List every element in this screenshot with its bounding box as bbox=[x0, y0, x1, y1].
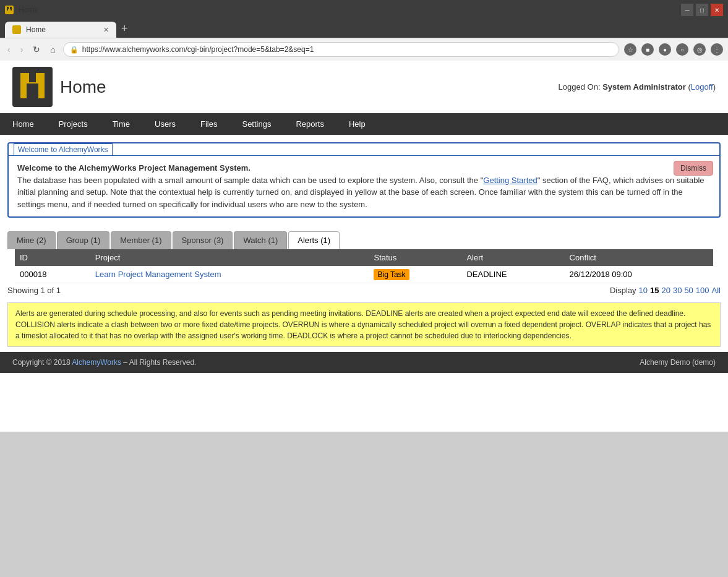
display-15-active[interactable]: 15 bbox=[650, 286, 659, 295]
svg-rect-5 bbox=[13, 26, 20, 33]
nav-home[interactable]: Home bbox=[0, 113, 46, 135]
tab-label: Home bbox=[26, 25, 46, 34]
cell-id: 000018 bbox=[15, 266, 90, 283]
welcome-section-title: Welcome to AlchemyWorks bbox=[14, 143, 113, 156]
footer-text: Copyright © 2018 AlchemyWorks – All Righ… bbox=[12, 358, 196, 367]
display-20[interactable]: 20 bbox=[661, 286, 670, 295]
dismiss-button[interactable]: Dismiss bbox=[674, 161, 713, 176]
footer-copyright: Copyright © 2018 bbox=[12, 358, 72, 367]
showing-row: Showing 1 of 1 Display 10 15 20 30 50 10… bbox=[0, 283, 728, 297]
user-name: System Administrator bbox=[602, 82, 686, 92]
col-status: Status bbox=[369, 249, 461, 266]
url-input[interactable]: 🔒 https://www.alchemyworks.com/cgi-bin/p… bbox=[63, 42, 619, 57]
tab-mine[interactable]: Mine (2) bbox=[7, 231, 56, 249]
home-button[interactable]: ⌂ bbox=[48, 43, 58, 56]
nav-users[interactable]: Users bbox=[142, 113, 188, 135]
maximize-button[interactable]: □ bbox=[696, 4, 708, 16]
welcome-heading: Welcome to the AlchemyWorks Project Mana… bbox=[17, 163, 251, 173]
back-button[interactable]: ‹ bbox=[5, 43, 13, 56]
page-content: Home Logged On: System Administrator (Lo… bbox=[0, 61, 728, 432]
info-text: Alerts are generated during schedule pro… bbox=[15, 309, 711, 340]
extension-icon1[interactable]: ■ bbox=[641, 43, 654, 56]
col-alert: Alert bbox=[461, 249, 564, 266]
footer-instance: Alchemy Demo (demo) bbox=[640, 358, 716, 367]
logoff-link[interactable]: Logoff bbox=[691, 82, 713, 92]
tab-title-text: Home bbox=[19, 6, 38, 14]
filter-tabs: Mine (2) Group (1) Member (1) Sponsor (3… bbox=[0, 225, 728, 249]
col-project: Project bbox=[90, 249, 369, 266]
tab-icon bbox=[12, 25, 21, 34]
cell-conflict: 26/12/2018 09:00 bbox=[565, 266, 713, 283]
display-30[interactable]: 30 bbox=[673, 286, 682, 295]
nav-files[interactable]: Files bbox=[188, 113, 229, 135]
tab-group[interactable]: Group (1) bbox=[57, 231, 110, 249]
tab-member[interactable]: Member (1) bbox=[111, 231, 171, 249]
logged-on-label: Logged On: bbox=[559, 82, 601, 92]
address-bar: ‹ › ↻ ⌂ 🔒 https://www.alchemyworks.com/c… bbox=[0, 38, 728, 61]
url-text: https://www.alchemyworks.com/cgi-bin/pro… bbox=[82, 45, 314, 54]
reload-button[interactable]: ↻ bbox=[30, 43, 43, 56]
showing-text: Showing 1 of 1 bbox=[7, 286, 61, 295]
logo-area: Home bbox=[12, 67, 106, 107]
nav-settings[interactable]: Settings bbox=[229, 113, 283, 135]
cell-alert: DEADLINE bbox=[461, 266, 564, 283]
close-button[interactable]: ✕ bbox=[711, 4, 723, 16]
logo bbox=[12, 67, 53, 107]
minimize-button[interactable]: ─ bbox=[681, 4, 693, 16]
info-box: Alerts are generated during schedule pro… bbox=[7, 302, 721, 347]
login-info: Logged On: System Administrator (Logoff) bbox=[559, 82, 716, 92]
extension-icon3[interactable]: ○ bbox=[676, 43, 688, 56]
welcome-section: Welcome to AlchemyWorks Dismiss Welcome … bbox=[7, 142, 721, 218]
main-nav: Home Projects Time Users Files Settings … bbox=[0, 113, 728, 135]
col-conflict: Conflict bbox=[565, 249, 713, 266]
tab-close-icon[interactable]: ✕ bbox=[103, 26, 109, 34]
svg-rect-13 bbox=[27, 83, 38, 101]
footer-brand-link[interactable]: AlchemyWorks bbox=[72, 358, 121, 367]
display-10[interactable]: 10 bbox=[639, 286, 648, 295]
footer-rights: – All Rights Reserved. bbox=[121, 358, 196, 367]
tab-watch[interactable]: Watch (1) bbox=[234, 231, 287, 249]
tab-alerts[interactable]: Alerts (1) bbox=[288, 231, 340, 249]
getting-started-link[interactable]: Getting Started bbox=[483, 176, 537, 185]
star-icon[interactable]: ☆ bbox=[624, 43, 636, 56]
table-header-row: ID Project Status Alert Conflict bbox=[15, 249, 713, 266]
browser-tab[interactable]: Home ✕ bbox=[5, 22, 116, 38]
toolbar-icons: ☆ ■ ● ○ ◎ ⋮ bbox=[624, 43, 723, 56]
title-bar: Home ─ □ ✕ bbox=[0, 0, 728, 20]
cell-project: Learn Project Management System bbox=[90, 266, 369, 283]
tab-bar: Home ✕ + bbox=[0, 20, 728, 38]
welcome-body-before: The database has been populated with a s… bbox=[17, 176, 483, 185]
status-badge: Big Task bbox=[374, 269, 409, 280]
display-100[interactable]: 100 bbox=[696, 286, 709, 295]
display-options: Display 10 15 20 30 50 100 All bbox=[610, 286, 721, 295]
page-title: Home bbox=[60, 77, 106, 97]
page-footer: Copyright © 2018 AlchemyWorks – All Righ… bbox=[0, 352, 728, 373]
nav-time[interactable]: Time bbox=[100, 113, 142, 135]
nav-help[interactable]: Help bbox=[336, 113, 378, 135]
forward-button[interactable]: › bbox=[18, 43, 26, 56]
extension-icon4[interactable]: ◎ bbox=[693, 43, 706, 56]
lock-icon: 🔒 bbox=[70, 46, 79, 54]
extension-icon2[interactable]: ● bbox=[659, 43, 671, 56]
svg-rect-4 bbox=[8, 9, 11, 13]
data-table-wrapper: ID Project Status Alert Conflict 000018 … bbox=[7, 249, 721, 283]
project-link[interactable]: Learn Project Management System bbox=[95, 270, 221, 279]
tab-favicon bbox=[5, 6, 14, 14]
display-all[interactable]: All bbox=[712, 286, 721, 295]
new-tab-button[interactable]: + bbox=[116, 20, 133, 38]
cell-status: Big Task bbox=[369, 266, 461, 283]
nav-projects[interactable]: Projects bbox=[46, 113, 100, 135]
welcome-content: Dismiss Welcome to the AlchemyWorks Proj… bbox=[9, 156, 719, 216]
nav-reports[interactable]: Reports bbox=[283, 113, 336, 135]
data-table: ID Project Status Alert Conflict 000018 … bbox=[15, 249, 713, 283]
table-row: 000018 Learn Project Management System B… bbox=[15, 266, 713, 283]
tab-sponsor[interactable]: Sponsor (3) bbox=[173, 231, 233, 249]
display-label: Display bbox=[610, 286, 636, 295]
menu-icon[interactable]: ⋮ bbox=[711, 43, 723, 56]
display-50[interactable]: 50 bbox=[684, 286, 693, 295]
page-header: Home Logged On: System Administrator (Lo… bbox=[0, 61, 728, 113]
col-id: ID bbox=[15, 249, 90, 266]
window-controls: ─ □ ✕ bbox=[681, 4, 723, 16]
